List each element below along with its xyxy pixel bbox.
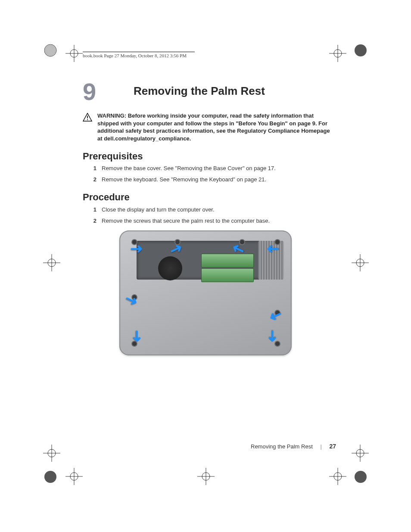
figure-laptop-underside bbox=[119, 230, 292, 355]
warning-body: Before working inside your computer, rea… bbox=[97, 112, 330, 142]
list-text: Remove the screws that secure the palm r… bbox=[102, 217, 336, 225]
crosshair-mark-icon bbox=[65, 468, 83, 487]
svg-point-3 bbox=[44, 44, 56, 56]
list-number: 2 bbox=[86, 217, 97, 225]
list-item: 1 Close the display and turn the compute… bbox=[86, 206, 336, 214]
warning-label: WARNING: bbox=[97, 112, 126, 119]
list-number: 2 bbox=[86, 176, 97, 184]
list-text: Remove the keyboard. See "Removing the K… bbox=[102, 176, 336, 184]
heading-prerequisites: Prerequisites bbox=[83, 151, 143, 162]
footer-section-name: Removing the Palm Rest bbox=[251, 443, 313, 450]
footer-separator: | bbox=[320, 443, 321, 450]
list-procedure: 1 Close the display and turn the compute… bbox=[86, 206, 336, 228]
list-item: 2 Remove the screws that secure the palm… bbox=[86, 217, 336, 225]
screw-point bbox=[175, 240, 180, 244]
screw-point bbox=[275, 240, 280, 244]
crosshair-mark-icon bbox=[329, 468, 346, 487]
screw-point bbox=[275, 342, 280, 346]
crosshair-mark-icon bbox=[352, 254, 369, 273]
crosshair-mark-icon bbox=[329, 45, 346, 64]
screw-point bbox=[132, 240, 137, 244]
crosshair-mark-icon bbox=[43, 445, 60, 464]
list-item: 2 Remove the keyboard. See "Removing the… bbox=[86, 176, 336, 184]
list-text: Remove the base cover. See "Removing the… bbox=[102, 165, 336, 172]
registration-mark-icon bbox=[353, 470, 368, 484]
laptop-base-illustration bbox=[119, 230, 292, 355]
screw-point bbox=[240, 240, 244, 244]
fan-illustration bbox=[158, 256, 182, 280]
list-item: 1 Remove the base cover. See "Removing t… bbox=[86, 165, 336, 172]
page-title: Removing the Palm Rest bbox=[134, 84, 265, 98]
warning-triangle-icon bbox=[83, 113, 92, 121]
registration-mark-icon bbox=[43, 43, 58, 58]
chapter-number: 9 bbox=[83, 80, 96, 104]
screw-point bbox=[275, 311, 280, 315]
crosshair-mark-icon bbox=[352, 445, 369, 464]
footer-page-number: 27 bbox=[329, 443, 336, 450]
svg-point-11 bbox=[355, 44, 367, 56]
ram-module-illustration bbox=[201, 254, 254, 268]
crosshair-mark-icon bbox=[197, 468, 215, 487]
list-number: 1 bbox=[86, 165, 97, 172]
warning-text: WARNING: Before working inside your comp… bbox=[97, 112, 335, 142]
list-number: 1 bbox=[86, 206, 97, 214]
crosshair-mark-icon bbox=[65, 45, 83, 64]
warning-block: WARNING: Before working inside your comp… bbox=[83, 112, 335, 142]
registration-mark-icon bbox=[43, 470, 58, 484]
heading-procedure: Procedure bbox=[83, 192, 130, 203]
crosshair-mark-icon bbox=[43, 254, 60, 273]
document-page: book.book Page 27 Monday, October 8, 201… bbox=[0, 0, 411, 532]
screw-point bbox=[132, 342, 137, 346]
registration-mark-icon bbox=[353, 43, 368, 58]
component-compartment bbox=[137, 241, 266, 280]
vent-illustration bbox=[258, 241, 284, 280]
list-prerequisites: 1 Remove the base cover. See "Removing t… bbox=[86, 165, 336, 187]
ram-module-illustration bbox=[201, 268, 254, 282]
svg-point-34 bbox=[355, 471, 367, 483]
screw-point bbox=[132, 295, 137, 299]
svg-point-24 bbox=[44, 471, 56, 483]
list-text: Close the display and turn the computer … bbox=[102, 206, 336, 214]
svg-point-1 bbox=[87, 119, 88, 120]
document-header-slug: book.book Page 27 Monday, October 8, 201… bbox=[83, 52, 195, 58]
